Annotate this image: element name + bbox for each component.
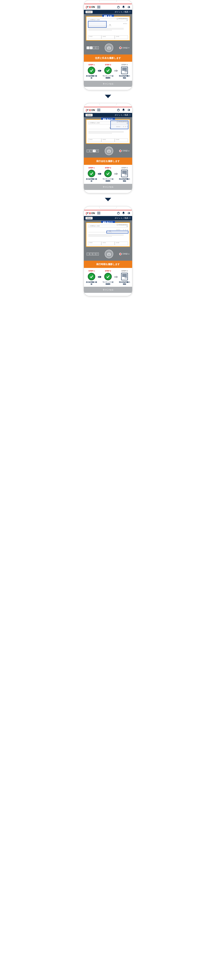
pager-2[interactable]: 2	[90, 150, 93, 152]
step2-label: STEP 2	[105, 167, 111, 169]
logo: (FXON	[86, 212, 95, 215]
gear-icon[interactable]	[127, 212, 130, 215]
check-icon	[88, 273, 95, 280]
points-balance[interactable]: ポイント／残高▽	[115, 11, 131, 13]
arrow-icon	[98, 170, 101, 178]
pager-3[interactable]: 3	[93, 253, 96, 255]
instruction-bar: 住所と氏名を撮影します	[84, 54, 132, 62]
step2-caption: マイナンバー記載書類	[102, 281, 114, 285]
power-icon[interactable]	[117, 5, 120, 9]
phone-frame-1: (FXON Silver ポイント／残高▽ 2発行元 ご利用料金	[84, 103, 132, 193]
step1-caption: 身分証明書の確認	[85, 75, 98, 79]
language-selector[interactable]: 日本語 ▾	[119, 47, 130, 49]
check-icon	[104, 67, 112, 74]
bell-icon[interactable]	[122, 5, 125, 9]
logo: (FXON	[86, 108, 95, 112]
flag-jp-icon	[119, 150, 122, 152]
gear-icon[interactable]	[127, 5, 130, 9]
pager-2[interactable]: 2	[90, 253, 93, 255]
doc-issue-date: 発行月日： 年 月 日	[116, 229, 128, 230]
highlight-issuer	[110, 121, 128, 129]
step1-label: STEP 1	[88, 64, 94, 66]
verification-steps: STEP 1 身分証明書の確認 STEP 2 マイナンバー記載書類 STEP 3…	[84, 62, 132, 81]
step3-caption: 現住所証明書の確認	[118, 75, 131, 79]
doc-tel: TEL	[126, 20, 128, 21]
pager-3[interactable]: 3	[93, 150, 96, 152]
flow-arrow-down-icon	[104, 197, 112, 202]
doc-company: 関東電話株式会社	[117, 18, 128, 20]
pager-1[interactable]: 1	[86, 150, 90, 152]
power-icon[interactable]	[117, 212, 120, 215]
arrow-icon	[98, 273, 101, 281]
shutter-button[interactable]	[105, 250, 113, 258]
points-balance[interactable]: ポイント／残高▽	[115, 114, 131, 116]
pager-1[interactable]: 1	[86, 253, 90, 255]
document-icon	[121, 67, 128, 74]
menu-icon[interactable]	[97, 109, 100, 111]
sample-document: ご利用料金のご案内 関東電話株式会社 TEL 様 発行月日： 年 月 日 ご請求…	[86, 223, 130, 247]
instruction-bar: 発行時期を撮影します	[84, 261, 132, 268]
step1-label: STEP 1	[88, 167, 94, 169]
doc-tel: TEL	[126, 226, 128, 227]
chevron-down-icon: ▽	[129, 217, 131, 219]
sample-document: ご利用料金のご案内 関東電話株式会社 TEL 様 発行月日： 年 月 日 ご請求…	[86, 120, 130, 143]
pager-4[interactable]: 4	[96, 253, 99, 255]
chevron-down-icon: ▽	[129, 11, 131, 13]
arrow-icon	[98, 67, 101, 75]
flag-jp-icon	[119, 47, 122, 49]
notch	[84, 207, 132, 210]
language-selector[interactable]: 日本語 ▾	[119, 150, 130, 152]
highlight-name	[88, 21, 107, 28]
step2-label: STEP 2	[105, 64, 111, 66]
step-pager: 1234	[86, 46, 99, 49]
arrow-icon	[115, 273, 118, 281]
check-icon	[88, 67, 95, 74]
tier-badge: Silver	[85, 11, 93, 13]
verification-steps: STEP 1 身分証明書の確認 STEP 2 マイナンバー記載書類 STEP 3…	[84, 268, 132, 287]
pager-2[interactable]: 2	[90, 46, 93, 49]
notch	[84, 0, 132, 4]
language-selector[interactable]: 日本語 ▾	[119, 253, 130, 255]
logo: (FXON	[86, 5, 95, 9]
doc-company: 関東電話株式会社	[117, 224, 128, 226]
doc-body-lines	[88, 234, 128, 237]
chevron-down-icon: ▾	[128, 47, 130, 49]
bell-icon[interactable]	[122, 212, 125, 215]
chevron-down-icon: ▽	[129, 114, 131, 116]
document-icon	[121, 273, 128, 280]
bell-icon[interactable]	[122, 108, 125, 111]
cancel-button[interactable]: キャンセル	[84, 81, 132, 87]
cancel-button[interactable]: キャンセル	[84, 287, 132, 293]
pager-4[interactable]: 4	[96, 150, 99, 152]
sub-header: Silver ポイント／残高▽	[84, 113, 132, 117]
camera-viewport: 2発行元 ご利用料金のご案内 関東電話株式会社 TEL 様 発行月日： 年 月 …	[84, 117, 132, 158]
gear-icon[interactable]	[127, 108, 130, 111]
document-frame: 3発行日 ご利用料金のご案内 関東電話株式会社 TEL 様 発行月日： 年 月 …	[86, 222, 130, 247]
step-pager: 1234	[86, 253, 99, 255]
flow-arrow-down-icon	[104, 94, 112, 99]
cancel-button[interactable]: キャンセル	[84, 184, 132, 190]
pager-4[interactable]: 4	[96, 46, 99, 49]
highlight-date	[106, 231, 128, 234]
shutter-button[interactable]	[105, 146, 113, 155]
power-icon[interactable]	[117, 108, 120, 111]
step1-caption: 身分証明書の確認	[85, 281, 98, 285]
pager-3[interactable]: 3	[93, 46, 96, 49]
points-balance[interactable]: ポイント／残高▽	[115, 217, 131, 220]
step3-label: STEP 3	[122, 167, 128, 169]
svg-marker-5	[105, 198, 111, 201]
doc-table: ご請求額ご請求額ご請求書	[88, 35, 128, 39]
instruction-bar: 発行会社を撮影します	[84, 158, 132, 165]
pager-1[interactable]: 1	[86, 46, 90, 49]
flag-jp-icon	[119, 253, 122, 255]
check-icon	[104, 170, 112, 177]
menu-icon[interactable]	[97, 6, 100, 8]
step2-caption: マイナンバー記載書類	[102, 178, 114, 182]
document-frame: 1名前 ご利用料金のご案内 関東電話株式会社 TEL 様 発行月日： ご請求額ご…	[86, 16, 130, 41]
menu-icon[interactable]	[97, 212, 100, 214]
phone-frame-2: (FXON Silver ポイント／残高▽ 3発行日 ご利用料金	[84, 206, 132, 296]
sub-header: Silver ポイント／残高▽	[84, 216, 132, 220]
doc-body-lines	[88, 131, 128, 134]
document-frame: 2発行元 ご利用料金のご案内 関東電話株式会社 TEL 様 発行月日： 年 月 …	[86, 119, 130, 144]
shutter-button[interactable]	[105, 43, 113, 52]
